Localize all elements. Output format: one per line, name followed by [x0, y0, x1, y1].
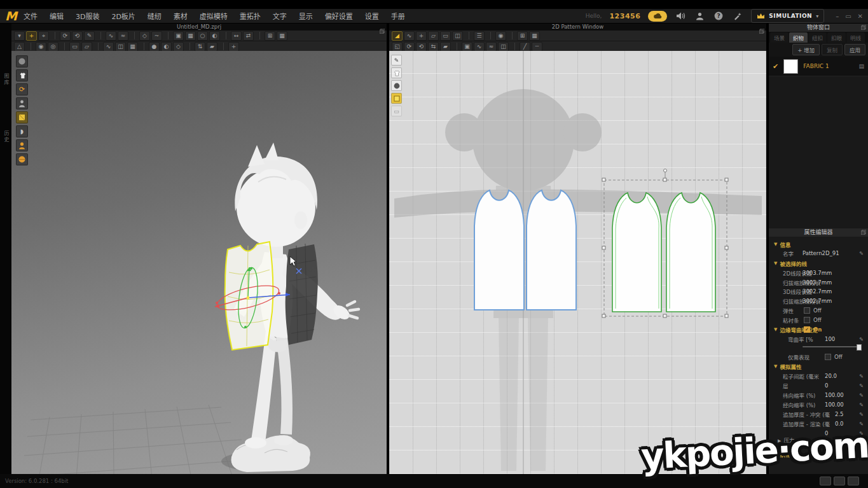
tab-buttonhole[interactable]: 扣眼: [827, 32, 846, 43]
texture-tool[interactable]: ◫: [115, 42, 126, 52]
show-avatar-sphere-icon[interactable]: [16, 55, 28, 67]
curvature-value[interactable]: 100: [825, 336, 835, 342]
garment-2-tool[interactable]: ▦: [185, 31, 196, 41]
sync-colorway-icon[interactable]: ⟳: [16, 83, 28, 95]
rectangle-tool[interactable]: ▭: [440, 31, 451, 41]
tab-scene[interactable]: 场景: [770, 32, 789, 43]
menu-settings[interactable]: 设置: [365, 11, 379, 21]
sew-segment-tool[interactable]: ∿: [106, 31, 116, 41]
edit-warp-shrink-icon[interactable]: ✎: [859, 402, 864, 408]
sew-segment-tool[interactable]: ∿: [474, 42, 485, 52]
show-pattern-2d-icon[interactable]: [391, 93, 402, 104]
expand-object-window-icon[interactable]: [861, 24, 866, 32]
section-simulation[interactable]: ▼模拟属性: [769, 362, 868, 371]
3d-viewport[interactable]: ⟳ ◗: [11, 51, 387, 474]
tape-checkbox[interactable]: [804, 317, 810, 323]
avatar-bust-icon[interactable]: [16, 139, 28, 151]
menu-3d-garment[interactable]: 3D服装: [76, 11, 99, 21]
close-button[interactable]: ✕: [858, 13, 863, 20]
panel-tool[interactable]: ▰: [207, 42, 217, 52]
cloud-icon[interactable]: [648, 11, 667, 22]
warp-shrink-value[interactable]: 100.00: [825, 401, 844, 408]
unfold-tool[interactable]: ◱: [392, 42, 403, 52]
section-selected-lines[interactable]: ▼被选择的线: [769, 259, 868, 268]
measure-tool[interactable]: ↔: [231, 31, 242, 41]
fabric-check-icon[interactable]: ✔: [773, 62, 778, 71]
menu-manual[interactable]: 手册: [391, 11, 405, 21]
flatten-tool[interactable]: ▭: [69, 42, 80, 52]
polygon-tool[interactable]: ▱: [428, 31, 439, 41]
menu-avatar[interactable]: 虚拟模特: [200, 11, 228, 21]
simulation-button[interactable]: SIMULATION ▾: [751, 9, 824, 23]
copy-fabric-button[interactable]: 复制: [822, 44, 843, 55]
snap-grid-tool[interactable]: ▦: [529, 31, 540, 41]
rotate-tool[interactable]: ⟳: [60, 31, 71, 41]
transform-pattern-tool[interactable]: ◢: [392, 31, 403, 41]
pleats-tool[interactable]: ☰: [474, 31, 485, 41]
edit-particle-distance-icon[interactable]: ✎: [859, 373, 864, 379]
fabric-menu-icon[interactable]: ▤: [858, 63, 864, 69]
show-avatar-icon[interactable]: [16, 97, 28, 109]
tab-button[interactable]: 纽扣: [808, 32, 827, 43]
menu-material[interactable]: 素材: [174, 11, 188, 21]
seam-allowance-tool[interactable]: ▰: [440, 42, 451, 52]
sew-free-tool[interactable]: ≈: [118, 31, 128, 41]
stitch-view-tool[interactable]: ∿: [103, 42, 114, 52]
curvature-slider[interactable]: [803, 346, 860, 347]
menu-preferences[interactable]: 偏好设置: [325, 11, 353, 21]
rotate-cw-tool[interactable]: ⟳: [404, 42, 415, 52]
view-mode-b-icon[interactable]: [834, 477, 845, 485]
curvature-slider-handle[interactable]: [857, 344, 862, 351]
dart-tool[interactable]: ◫: [452, 31, 463, 41]
avatar-a-tool[interactable]: ○: [197, 31, 208, 41]
sew-free-tool[interactable]: ≈: [486, 42, 497, 52]
2d-viewport[interactable]: ✎ ▭: [389, 51, 766, 474]
edit-name-icon[interactable]: ✎: [859, 251, 864, 256]
menu-sewing[interactable]: 缝纫: [148, 11, 162, 21]
edit-weft-shrink-icon[interactable]: ✎: [859, 393, 864, 398]
extra-toggle-icon[interactable]: ▭: [391, 106, 402, 116]
restore-button[interactable]: ▭: [845, 13, 851, 20]
camera-tool[interactable]: ◉: [36, 42, 46, 52]
help-icon[interactable]: ?: [713, 10, 724, 22]
axis-tool[interactable]: +: [228, 42, 239, 52]
menu-2d-pattern[interactable]: 2D板片: [111, 11, 135, 21]
section-info[interactable]: ▼信息: [769, 240, 868, 249]
show-pattern-icon[interactable]: [16, 111, 28, 123]
library-vertical-tab[interactable]: 图库: [3, 73, 10, 86]
layer-clone-tool[interactable]: ◫: [498, 42, 509, 52]
shadow-tool[interactable]: ◐: [161, 42, 172, 52]
show-seam-icon[interactable]: ◗: [16, 125, 28, 137]
edit-layer-icon[interactable]: ✎: [859, 383, 864, 389]
menu-text[interactable]: 文字: [273, 11, 287, 21]
edit-thickness-collision-icon[interactable]: ✎: [859, 412, 864, 417]
fabric-list-item[interactable]: ✔ FABRIC 1 ▤: [769, 57, 868, 76]
grid-a-tool[interactable]: ⊞: [265, 31, 275, 41]
pen-3d-tool[interactable]: ✎: [84, 31, 95, 41]
rotate-ccw-tool[interactable]: ⟲: [416, 42, 427, 52]
add-point-tool[interactable]: +: [416, 31, 427, 41]
basting-tool[interactable]: ┄: [532, 42, 542, 52]
tape-tool[interactable]: ⇄: [243, 31, 254, 41]
camera-2-tool[interactable]: ◎: [48, 42, 59, 52]
show-garment-icon[interactable]: [16, 69, 28, 81]
particle-distance-value[interactable]: 20.0: [825, 373, 837, 379]
rotate-ccw-tool[interactable]: ⟲: [72, 31, 83, 41]
flip-tool[interactable]: ⇆: [428, 42, 439, 52]
account-icon[interactable]: [694, 10, 705, 22]
fabric-swatch[interactable]: [783, 59, 798, 74]
view-mode-c-icon[interactable]: [848, 477, 859, 485]
show-sphere-2d-icon[interactable]: [391, 80, 402, 91]
edit-curvature-icon[interactable]: ✎: [859, 337, 864, 342]
move-gizmo-tool[interactable]: +: [26, 31, 37, 41]
drape-tool[interactable]: ~: [151, 31, 162, 41]
layer-up-tool[interactable]: ⇅: [195, 42, 205, 52]
pose-tool[interactable]: △: [14, 42, 25, 52]
pen-display-icon[interactable]: ✎: [391, 55, 402, 66]
layer-value[interactable]: 0: [825, 382, 828, 389]
expand-3d-window-icon[interactable]: [380, 24, 385, 36]
history-vertical-tab[interactable]: 历史: [3, 130, 10, 143]
menu-display[interactable]: 显示: [299, 11, 313, 21]
menu-retopology[interactable]: 重拓扑: [240, 11, 261, 21]
gizmo-tool[interactable]: ◇: [173, 42, 184, 52]
